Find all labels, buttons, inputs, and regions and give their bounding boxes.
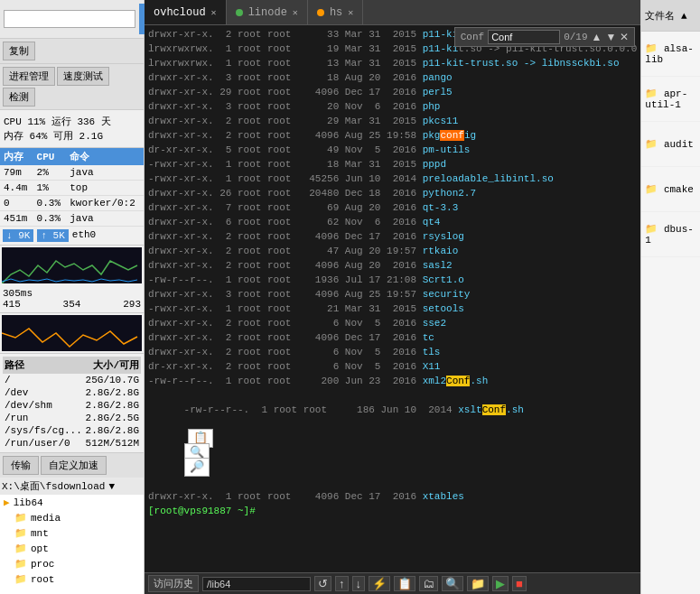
path-section: 路径 大小/可用 / 25G/10.7G /dev 2.8G/2.8G /dev… [0,353,144,452]
table-row: 4.4m 1% top [0,181,144,196]
terminal[interactable]: Conf 0/19 ▲ ▼ ✕ drwxr-xr-x. 2 root root … [145,25,640,572]
right-panel: 文件名 ▲ 大小 类型 修改时间 📁 alsa-lib 文件夹 2016/11/… [640,0,700,594]
search-close-button[interactable]: ✕ [620,31,629,43]
col-cpu: CPU [33,148,67,165]
file-row[interactable]: 📁 cmake 文件夹 2016/11/05 23 [641,167,700,212]
tab-ovhcloud[interactable]: ovhcloud ✕ [145,0,227,24]
path-size: 2.8G/2.5G [86,413,139,423]
terminal-line: drwxr-xr-x. 2 root root 4096 Dec 17 2016… [148,229,637,244]
file-tree-item[interactable]: ▶ lib64 [0,495,144,510]
terminal-line: drwxr-xr-x. 2 root root 4096 Dec 17 2016… [148,330,637,345]
left-top-bar: 检测 [0,0,144,39]
path-name: /dev/shm [5,400,52,411]
file-row[interactable]: 📁 audit 文件夹 2017/08/25 19 [641,122,700,167]
tab-label: linode [248,6,287,19]
latency-label: 305ms [3,288,33,299]
cpu-val: 1% [33,181,67,196]
custom-accel-button[interactable]: 自定义加速 [41,456,107,475]
folder-icon: 📁 [14,573,27,585]
tab-bar: ovhcloud ✕ linode ✕ hs ✕ [145,0,640,25]
terminal-line: drwxr-xr-x. 2 root root 4096 Aug 20 2016… [148,258,637,273]
folder-icon: 📁 [645,224,658,235]
folder-icon: ▶ [4,497,10,508]
lightning-button[interactable]: ⚡ [369,576,390,591]
terminal-line: -rw-r--r--. 1 root root 200 Jun 23 2016 … [148,374,637,388]
file-tree-item[interactable]: 📁 root [11,571,144,587]
file-name: 📁 dbus-1 [641,212,699,257]
close-icon[interactable]: ✕ [348,7,353,18]
left-toolbar2: 进程管理 速度测试 检测 [0,64,144,110]
file-path-bar: X:\桌面\fsdownload ▼ [0,478,144,495]
resource-table: 内存 CPU 命令 79m 2% java 4.4m 1% top 0 0.3%… [0,148,144,227]
terminal-line: -rw-r--r--. 1 root root 1936 Jul 17 21:0… [148,273,637,287]
search-prev-button[interactable]: ▲ [592,31,602,43]
close-icon[interactable]: ✕ [293,7,298,18]
folder-name: proc [31,559,54,570]
lat2: 354 [63,299,81,310]
terminal-line: drwxr-xr-x. 2 root root 6 Nov 5 2016 sse… [148,316,637,330]
tab-linode[interactable]: linode ✕ [227,0,308,24]
close-icon[interactable]: ✕ [211,7,217,18]
lat3: 293 [123,299,141,310]
copy-button[interactable]: 复制 [3,42,35,60]
transfer-button[interactable]: 传输 [3,456,39,475]
search-input[interactable] [488,30,560,44]
lat1: 415 [3,299,21,310]
expand-icon[interactable]: ▼ [108,481,115,492]
path-size: 2.8G/2.8G [86,425,139,436]
download-button[interactable]: ↓ [352,576,366,591]
search2-button[interactable]: 🔍 [442,576,463,591]
network-chart [2,247,142,283]
tab-hs[interactable]: hs ✕ [308,0,363,24]
status-bar: 访问历史 ↺ ↑ ↓ ⚡ 📋 🗂 🔍 📁 ▶ ■ [145,572,640,594]
stop-button[interactable]: ■ [512,576,527,591]
context-menu-zoom-icon[interactable]: 🔎 [184,458,210,477]
search-count: 0/19 [564,31,587,44]
terminal-line: dr-xr-xr-x. 5 root root 49 Nov 5 2016 pm… [148,143,637,157]
file-tree-item[interactable]: 📁 proc [11,556,144,571]
folder-icon: 📁 [645,88,658,99]
file-path-icon: X:\桌面\fsdownload [2,479,105,493]
folder-name: mnt [31,528,49,539]
detect2-button[interactable]: 检测 [3,88,35,107]
down-badge: ↓ 9K [3,229,33,242]
left-bottom-bar: 传输 自定义加速 [0,452,144,478]
process-mgr-button[interactable]: 进程管理 [3,67,55,86]
path-item: / 25G/10.7G [3,374,141,386]
path-item: /run/user/0 512M/512M [3,437,141,450]
file-tree-item[interactable]: 📁 opt [11,541,144,556]
path-col1: 路径 [5,358,24,372]
file-row[interactable]: 📁 alsa-lib 文件夹 2016/11/06 02 [641,32,700,77]
terminal-line: -rwxr-xr-x. 1 root root 45256 Jun 10 201… [148,172,637,186]
cpu-val: 2% [33,165,67,181]
upload-button[interactable]: ↑ [335,576,349,591]
folder3-button[interactable]: 📁 [467,576,489,591]
folder2-button[interactable]: 🗂 [419,576,438,591]
path-name: /dev [5,387,28,398]
tab-label: ovhcloud [154,6,206,19]
file-tree-item[interactable]: 📁 mnt [11,525,144,541]
terminal-line: -rwxr-xr-x. 1 root root 21 Mar 31 2015 s… [148,302,637,316]
clipboard-button[interactable]: 📋 [394,576,415,591]
search-next-button[interactable]: ▼ [605,31,616,43]
path-size: 2.8G/2.8G [86,400,139,411]
refresh-button[interactable]: ↺ [314,576,331,591]
folder-icon: 📁 [14,558,27,570]
mem-label: 内存 64% 可用 2.1G [4,129,103,143]
latency-section: 305ms 415 354 293 [0,285,144,313]
left-search-input[interactable] [4,10,135,28]
file-tree-item[interactable]: 📁 media [11,510,144,525]
cmd-val: java [66,211,144,227]
left-toolbar: 复制 [0,39,144,64]
folder-icon: 📁 [645,139,658,150]
terminal-line: drwxr-xr-x. 1 root root 4096 Dec 17 2016… [148,489,637,504]
terminal-line: [root@vps91887 ~]# [148,504,637,518]
file-row[interactable]: 📁 dbus-1 文件夹 2016/12/17 00 [641,212,700,257]
file-tree[interactable]: ▶ lib64 📁 media 📁 mnt 📁 opt 📁 proc 📁 roo… [0,495,144,594]
speed-test-button[interactable]: 速度测试 [57,67,109,86]
watermark: CSDI 小编 [641,574,700,594]
path-input[interactable] [202,577,311,591]
history-button[interactable]: 访问历史 [148,575,199,592]
file-row[interactable]: 📁 apr-util-1 文件夹 2014/06/10 10 [641,77,700,122]
play-button[interactable]: ▶ [492,576,509,591]
